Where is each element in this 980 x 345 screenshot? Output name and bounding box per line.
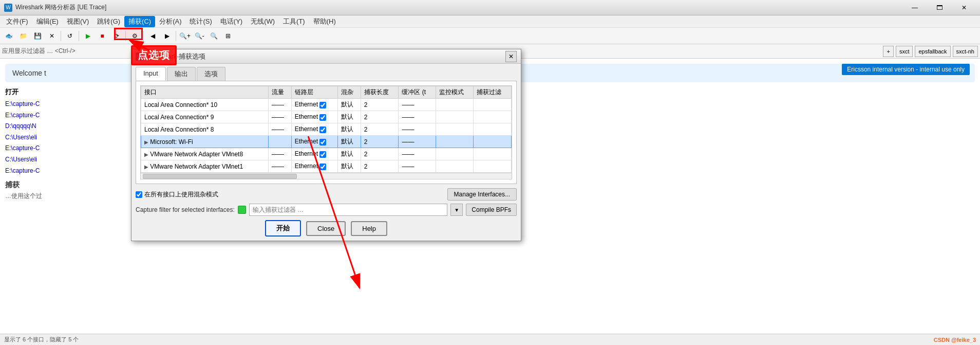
expand-arrow-icon[interactable]: ▶ xyxy=(144,139,148,145)
filter-icon xyxy=(238,206,246,214)
capture-filter-input[interactable] xyxy=(249,204,448,216)
iface-captlen: 默认 xyxy=(337,160,361,173)
scroll-thumb[interactable] xyxy=(143,174,297,179)
menu-goto[interactable]: 跳转(G) xyxy=(93,16,124,27)
col-linklayer: 链路层 xyxy=(291,86,337,99)
toolbar-zoom-in[interactable]: 🔍+ xyxy=(178,29,192,43)
iface-linklayer: Ethernet xyxy=(291,148,337,160)
iface-extra xyxy=(474,123,512,136)
iface-extra xyxy=(474,136,512,148)
table-row[interactable]: Local Area Connection* 8 —— Ethernet 默认 … xyxy=(141,123,512,136)
filter-btn-epsfallback[interactable]: epsfallback xyxy=(915,46,950,57)
toolbar-back[interactable]: ◀ xyxy=(146,29,159,43)
close-button[interactable]: ✕ xyxy=(952,0,976,15)
app-title: Wireshark 网络分析器 [UE Trace] xyxy=(15,3,903,12)
welcome-title: Welcome t xyxy=(12,69,46,77)
iface-buffer: 2 xyxy=(361,99,399,111)
col-traffic: 流量 xyxy=(268,86,291,99)
iface-promiscuous-cb[interactable] xyxy=(319,164,326,170)
menu-tools[interactable]: 工具(T) xyxy=(279,16,309,27)
manage-interfaces-button[interactable]: Manage Interfaces... xyxy=(447,188,517,201)
menu-bar: 文件(F) 编辑(E) 视图(V) 跳转(G) 捕获(C) 分析(A) 统计(S… xyxy=(0,15,980,28)
table-row-selected[interactable]: ▶ Microsoft: Wi-Fi Ethernet 默认 2 —— xyxy=(141,136,512,148)
iface-captlen: 默认 xyxy=(337,148,361,160)
menu-edit[interactable]: 编辑(E) xyxy=(32,16,63,27)
help-button[interactable]: Help xyxy=(351,221,387,236)
menu-analyze[interactable]: 分析(A) xyxy=(155,16,185,27)
dialog-close-button[interactable]: ✕ xyxy=(505,51,517,62)
filter-btn-sxct[interactable]: sxct xyxy=(896,46,913,57)
tab-options[interactable]: 选项 xyxy=(197,67,225,81)
close-dialog-button[interactable]: Close xyxy=(306,221,346,236)
maximize-button[interactable]: 🗖 xyxy=(928,0,951,15)
filter-btn-sxctnh[interactable]: sxct-nh xyxy=(953,46,978,57)
minimize-button[interactable]: — xyxy=(903,0,927,15)
filter-bar-label: 应用显示过滤器 … <Ctrl-/> xyxy=(2,47,76,56)
toolbar-resize-columns[interactable]: ⊞ xyxy=(221,29,235,43)
toolbar-reload[interactable]: ↺ xyxy=(63,29,77,43)
toolbar-capture-stop[interactable]: ■ xyxy=(96,29,109,43)
menu-view[interactable]: 视图(V) xyxy=(63,16,93,27)
table-row[interactable]: Local Area Connection* 10 —— Ethernet 默认… xyxy=(141,99,512,111)
iface-filter xyxy=(436,136,474,148)
toolbar-separator-4 xyxy=(143,31,144,41)
iface-promiscuous-cb[interactable] xyxy=(319,102,326,108)
ericsson-banner: Ericsson internal version - internal use… xyxy=(842,64,970,75)
expand-arrow-icon[interactable]: ▶ xyxy=(144,164,148,170)
iface-captlen: 默认 xyxy=(337,111,361,123)
iface-defaultpromis: 默认 xyxy=(337,99,361,111)
iface-monitormode: —— xyxy=(399,111,436,123)
col-buffer: 缓冲区 (t xyxy=(399,86,436,99)
menu-statistics[interactable]: 统计(S) xyxy=(185,16,216,27)
col-monitormode: 监控模式 xyxy=(436,86,474,99)
dialog-tabs: Input 输出 选项 xyxy=(131,64,521,81)
toolbar-save[interactable]: 💾 xyxy=(31,29,44,43)
iface-promiscuous-cb[interactable] xyxy=(319,151,326,158)
toolbar-new[interactable]: 🐟 xyxy=(2,29,15,43)
compile-bpfs-button[interactable]: Compile BPFs xyxy=(466,204,517,216)
toolbar-zoom-reset[interactable]: 🔍 xyxy=(207,29,220,43)
window-controls: — 🗖 ✕ xyxy=(903,0,976,15)
menu-file[interactable]: 文件(F) xyxy=(2,16,32,27)
horizontal-scrollbar[interactable] xyxy=(140,173,512,179)
tab-output[interactable]: 输出 xyxy=(167,67,196,81)
filter-btn-plus[interactable]: + xyxy=(883,46,893,57)
title-bar: W Wireshark 网络分析器 [UE Trace] — 🗖 ✕ xyxy=(0,0,980,15)
menu-help[interactable]: 帮助(H) xyxy=(309,16,340,27)
bottom-row-actions: 开始 Close Help xyxy=(136,220,517,237)
iface-promiscuous-cb[interactable] xyxy=(319,114,326,121)
toolbar-close[interactable]: ✕ xyxy=(45,29,59,43)
table-row[interactable]: Local Area Connection* 9 —— Ethernet 默认 … xyxy=(141,111,512,123)
iface-extra xyxy=(474,99,512,111)
filter-dropdown-arrow[interactable]: ▼ xyxy=(450,204,463,216)
capture-menu-highlight xyxy=(114,28,143,40)
toolbar-capture-start[interactable]: ▶ xyxy=(81,29,95,43)
dialog-title-bar: W Wireshark·捕获选项 ✕ xyxy=(131,49,521,64)
iface-promiscuous-cb[interactable] xyxy=(319,126,326,133)
menu-capture[interactable]: 捕获(C) xyxy=(124,16,155,27)
iface-traffic: —— xyxy=(268,123,291,136)
toolbar-open[interactable]: 📁 xyxy=(16,29,30,43)
iface-buffer: 2 xyxy=(361,123,399,136)
toolbar-zoom-out[interactable]: 🔍- xyxy=(193,29,206,43)
table-row[interactable]: ▶ VMware Network Adapter VMnet8 —— Ether… xyxy=(141,148,512,160)
click-annotation-label: 点选项 xyxy=(131,45,177,65)
iface-filter xyxy=(436,123,474,136)
menu-phone[interactable]: 电话(Y) xyxy=(216,16,247,27)
promiscuous-all-checkbox[interactable]: 在所有接口上使用混杂模式 xyxy=(136,190,218,199)
iface-name: Local Area Connection* 9 xyxy=(141,111,269,123)
promiscuous-checkbox-input[interactable] xyxy=(136,191,142,198)
tab-input[interactable]: Input xyxy=(136,67,166,81)
expand-arrow-icon[interactable]: ▶ xyxy=(144,152,148,157)
iface-monitormode: —— xyxy=(399,123,436,136)
iface-linklayer: Ethernet xyxy=(291,123,337,136)
start-button[interactable]: 开始 xyxy=(265,220,301,237)
iface-name: ▶ VMware Network Adapter VMnet8 xyxy=(141,148,269,160)
status-bar-right: CSDN @feike_3 xyxy=(934,337,976,343)
iface-promiscuous-cb[interactable] xyxy=(319,139,326,146)
status-text: 显示了 6 个接口，隐藏了 5 个 xyxy=(4,336,79,343)
toolbar-forward[interactable]: ▶ xyxy=(160,29,174,43)
menu-wireless[interactable]: 无线(W) xyxy=(247,16,279,27)
table-row[interactable]: ▶ VMware Network Adapter VMnet1 —— Ether… xyxy=(141,160,512,173)
iface-captlen: 默认 xyxy=(337,136,361,148)
